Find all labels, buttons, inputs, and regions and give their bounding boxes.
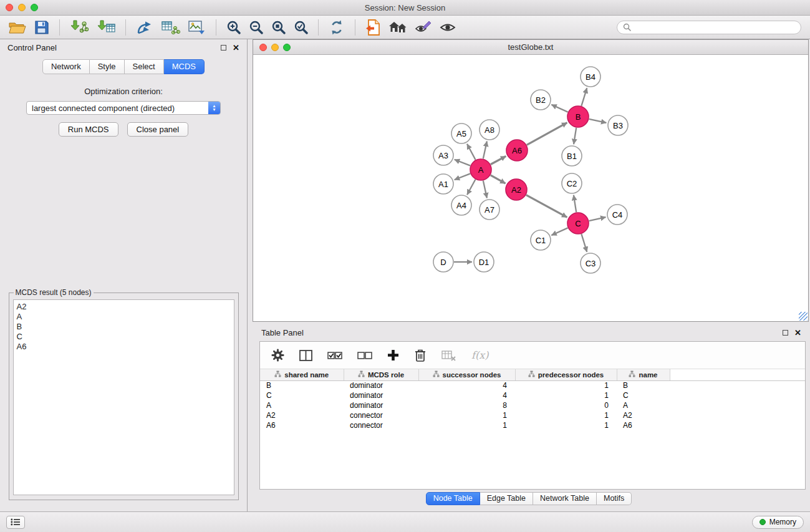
- memory-button[interactable]: Memory: [752, 516, 804, 529]
- float-table-panel-icon[interactable]: [783, 330, 788, 336]
- graph-edge-A-A8[interactable]: [483, 142, 487, 159]
- save-icon[interactable]: [34, 20, 49, 35]
- table-cell[interactable]: C: [260, 390, 344, 400]
- control-tab-network[interactable]: Network: [42, 59, 90, 74]
- first-neighbors-icon[interactable]: [136, 20, 153, 35]
- table-cell[interactable]: connector: [344, 410, 418, 420]
- network-zoom-button[interactable]: [283, 44, 291, 51]
- table-cell[interactable]: 1: [418, 420, 515, 430]
- table-cell[interactable]: 4: [418, 390, 515, 400]
- network-close-button[interactable]: [259, 44, 267, 51]
- table-row[interactable]: A6connector11A6: [260, 420, 805, 430]
- window-resize-handle[interactable]: [799, 312, 808, 321]
- column-header-predecessor-nodes[interactable]: predecessor nodes: [515, 369, 617, 380]
- graph-node-C2[interactable]: C2: [562, 173, 582, 193]
- graph-node-A1[interactable]: A1: [433, 174, 453, 194]
- graph-edge-A-A4[interactable]: [467, 180, 475, 195]
- graph-edge-A-A2[interactable]: [491, 175, 506, 183]
- function-builder-icon[interactable]: f(x): [471, 349, 488, 361]
- close-window-button[interactable]: [6, 4, 13, 11]
- graph-node-D1[interactable]: D1: [474, 252, 494, 272]
- table-settings-gear-icon[interactable]: [271, 349, 284, 362]
- float-panel-icon[interactable]: [221, 45, 226, 51]
- graph-node-A5[interactable]: A5: [451, 123, 471, 143]
- table-cell[interactable]: 1: [515, 390, 617, 400]
- mcds-result-item[interactable]: C: [17, 332, 231, 342]
- table-tab-edge-table[interactable]: Edge Table: [480, 492, 533, 505]
- network-minimize-button[interactable]: [271, 44, 279, 51]
- mcds-result-item[interactable]: A: [17, 312, 231, 322]
- graph-edge-B-B1[interactable]: [574, 128, 576, 144]
- table-cell[interactable]: 8: [418, 400, 515, 410]
- control-tab-mcds[interactable]: MCDS: [164, 59, 205, 74]
- import-network-icon[interactable]: [70, 20, 89, 35]
- table-row[interactable]: A2connector11A2: [260, 410, 805, 420]
- graph-node-C3[interactable]: C3: [581, 253, 600, 273]
- control-tab-style[interactable]: Style: [90, 59, 125, 74]
- graph-edge-A-A1[interactable]: [455, 173, 471, 180]
- graph-edge-C-C1[interactable]: [551, 228, 567, 235]
- table-row[interactable]: Adominator80A: [260, 400, 805, 410]
- table-tab-network-table[interactable]: Network Table: [533, 492, 597, 505]
- graph-node-C4[interactable]: C4: [607, 205, 627, 225]
- table-cell[interactable]: 0: [515, 400, 617, 410]
- close-table-panel-icon[interactable]: ✕: [794, 329, 801, 337]
- mcds-result-item[interactable]: A6: [17, 342, 231, 352]
- run-mcds-button[interactable]: Run MCDS: [59, 122, 118, 137]
- graph-edge-B-B3[interactable]: [589, 119, 607, 123]
- table-cell[interactable]: A: [617, 400, 670, 410]
- zoom-window-button[interactable]: [31, 4, 38, 11]
- zoom-in-icon[interactable]: [226, 20, 241, 34]
- mcds-result-item[interactable]: A2: [17, 302, 231, 312]
- table-cell[interactable]: connector: [344, 420, 418, 430]
- mcds-result-item[interactable]: B: [17, 322, 231, 332]
- table-cell[interactable]: B: [617, 380, 670, 390]
- graph-node-A3[interactable]: A3: [433, 145, 453, 165]
- table-cell[interactable]: A2: [260, 410, 344, 420]
- graph-node-C[interactable]: C: [567, 213, 589, 234]
- graph-edge-A-A6[interactable]: [491, 156, 506, 164]
- delete-row-trash-icon[interactable]: [414, 349, 427, 362]
- status-menu-button[interactable]: [6, 516, 25, 529]
- graph-node-A4[interactable]: A4: [451, 195, 471, 215]
- optimization-criterion-select[interactable]: largest connected component (directed) ▲…: [26, 101, 221, 115]
- minimize-window-button[interactable]: [18, 4, 26, 11]
- add-row-icon[interactable]: [387, 349, 399, 361]
- close-panel-button[interactable]: Close panel: [127, 122, 189, 137]
- graph-edge-A-A3[interactable]: [455, 160, 471, 166]
- table-tab-motifs[interactable]: Motifs: [597, 492, 632, 505]
- graph-node-B2[interactable]: B2: [531, 90, 551, 110]
- open-folder-icon[interactable]: [9, 21, 26, 34]
- table-cell[interactable]: dominator: [344, 390, 418, 400]
- table-cell[interactable]: 1: [515, 420, 617, 430]
- graph-node-B4[interactable]: B4: [581, 67, 600, 87]
- table-cell[interactable]: A6: [617, 420, 670, 430]
- search-input[interactable]: [634, 23, 795, 32]
- graphics-details-eye-brush-icon[interactable]: [415, 20, 432, 35]
- table-cell[interactable]: dominator: [344, 400, 418, 410]
- refresh-icon[interactable]: [329, 20, 345, 35]
- graph-node-B3[interactable]: B3: [608, 115, 628, 135]
- import-table-icon[interactable]: [97, 20, 115, 35]
- table-cell[interactable]: 4: [418, 380, 515, 390]
- column-header-successor-nodes[interactable]: successor nodes: [418, 369, 515, 380]
- select-all-icon[interactable]: [327, 350, 342, 361]
- graph-node-D[interactable]: D: [433, 252, 453, 272]
- graph-edge-A-A7[interactable]: [483, 181, 487, 198]
- graph-node-B1[interactable]: B1: [562, 146, 582, 166]
- graph-node-C1[interactable]: C1: [531, 230, 551, 250]
- graph-edge-A6-B[interactable]: [527, 123, 567, 145]
- show-column-icon[interactable]: [299, 349, 312, 362]
- graph-node-B[interactable]: B: [567, 106, 589, 127]
- home-panels-icon[interactable]: [388, 20, 407, 35]
- control-tab-select[interactable]: Select: [125, 59, 164, 74]
- table-row[interactable]: Bdominator41B: [260, 380, 805, 390]
- column-header-name[interactable]: name: [617, 369, 670, 380]
- graph-node-A7[interactable]: A7: [480, 200, 499, 220]
- graph-edge-A2-C[interactable]: [526, 195, 567, 218]
- zoom-out-icon[interactable]: [249, 20, 263, 34]
- close-panel-icon[interactable]: ✕: [233, 44, 239, 52]
- eye-icon[interactable]: [440, 20, 456, 35]
- network-canvas[interactable]: B4B2BB3A8A5A6A3B1AC2A1A2A4A7C4CC1DD1C3: [253, 55, 808, 321]
- column-header-shared-name[interactable]: shared name: [260, 369, 344, 380]
